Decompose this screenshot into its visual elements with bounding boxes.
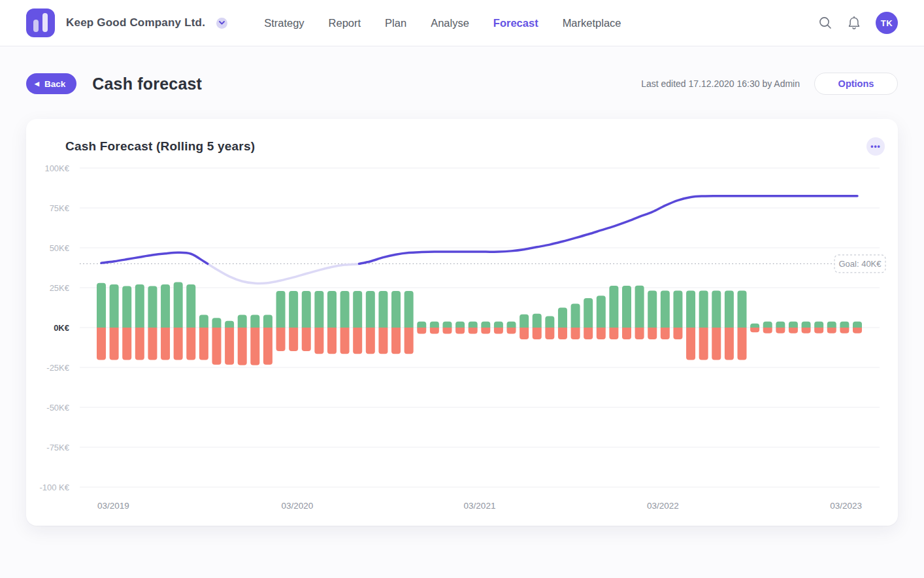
company-logo[interactable]: [26, 8, 55, 37]
svg-text:03/2021: 03/2021: [464, 501, 496, 511]
chart-card: Cash Forecast (Rolling 5 years) ••• 100K…: [26, 119, 898, 526]
page-header: ◀ Back Cash forecast Last edited 17.12.2…: [0, 46, 924, 95]
logo-bar-icon: [42, 13, 48, 32]
cash-forecast-chart: 100K€75K€50K€25K€0K€-25K€-50K€-75K€-100 …: [26, 119, 898, 526]
search-button[interactable]: [818, 16, 833, 30]
nav-item-forecast[interactable]: Forecast: [493, 17, 538, 29]
svg-text:03/2022: 03/2022: [647, 501, 679, 511]
page-title: Cash forecast: [92, 75, 202, 94]
nav-item-report[interactable]: Report: [329, 17, 361, 29]
main-nav: StrategyReportPlanAnalyseForecastMarketp…: [264, 17, 621, 29]
triangle-left-icon: ◀: [35, 81, 39, 87]
svg-text:-75K€: -75K€: [46, 443, 69, 452]
back-button-label: Back: [44, 79, 65, 89]
logo-bar-icon: [33, 20, 39, 32]
svg-text:03/2020: 03/2020: [282, 501, 314, 511]
svg-text:03/2023: 03/2023: [830, 501, 862, 511]
chevron-down-icon[interactable]: [216, 18, 227, 29]
options-button[interactable]: Options: [814, 73, 898, 95]
brand: Keep Good Company Ltd.: [26, 8, 227, 37]
search-icon: [818, 16, 833, 30]
company-name[interactable]: Keep Good Company Ltd.: [66, 16, 205, 29]
chart-card-header: Cash Forecast (Rolling 5 years) •••: [26, 119, 898, 156]
more-options-button[interactable]: •••: [866, 137, 885, 156]
svg-text:-50K€: -50K€: [46, 403, 69, 413]
top-navigation-bar: Keep Good Company Ltd. StrategyReportPla…: [0, 0, 924, 46]
back-button[interactable]: ◀ Back: [26, 73, 76, 94]
avatar[interactable]: TK: [876, 12, 898, 34]
svg-text:100K€: 100K€: [44, 163, 69, 173]
svg-text:Goal: 40K€: Goal: 40K€: [838, 259, 882, 269]
svg-text:0K€: 0K€: [54, 323, 69, 333]
svg-text:75K€: 75K€: [50, 203, 70, 213]
last-edited-text: Last edited 17.12.2020 16:30 by Admin: [641, 78, 800, 89]
topbar-actions: TK: [818, 12, 898, 34]
svg-text:50K€: 50K€: [50, 243, 70, 253]
nav-item-marketplace[interactable]: Marketplace: [563, 17, 621, 29]
nav-item-plan[interactable]: Plan: [385, 17, 406, 29]
nav-item-analyse[interactable]: Analyse: [431, 17, 469, 29]
svg-text:-25K€: -25K€: [46, 363, 69, 373]
svg-text:03/2019: 03/2019: [97, 501, 129, 511]
nav-item-strategy[interactable]: Strategy: [264, 17, 304, 29]
notifications-button[interactable]: [847, 16, 861, 31]
svg-text:25K€: 25K€: [50, 283, 70, 293]
svg-text:-100 K€: -100 K€: [39, 483, 69, 492]
chart-title: Cash Forecast (Rolling 5 years): [65, 139, 255, 154]
bell-icon: [847, 16, 861, 31]
